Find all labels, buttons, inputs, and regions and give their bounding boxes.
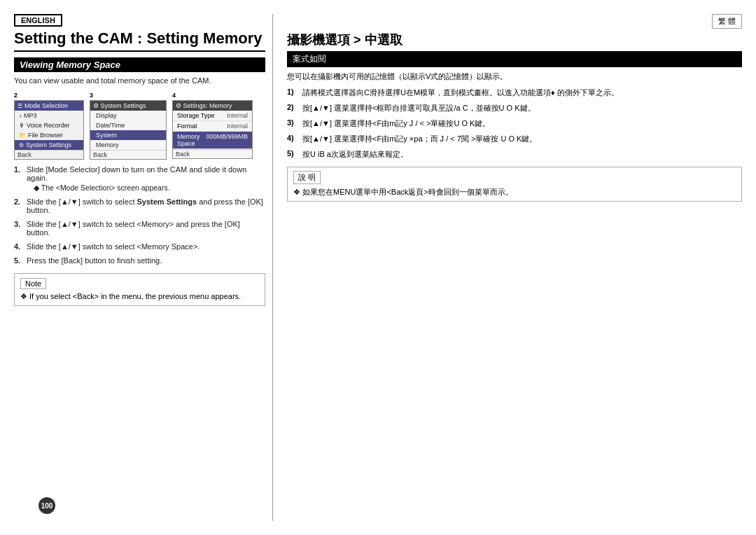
- menu-item-voice: 🎙 Voice Recorder: [15, 120, 83, 130]
- right-steps: 1) 請將模式選擇器向C滑持選擇U在M模單，直到模式畫框。以進入功能選項♦ 的側…: [287, 88, 742, 160]
- screenshot-memory: 4 ⚙ Settings: Memory Storage Type Intern…: [172, 92, 253, 159]
- memory-menu: ⚙ Settings: Memory Storage Type Internal…: [172, 100, 253, 159]
- right-step-4: 4) 按[▲/▼] 選菜選擇持<F由m記y ×pa；而 J / < 7閱 >單確…: [287, 134, 742, 144]
- sys-item-datetime: Date/Time: [90, 120, 166, 130]
- right-step-2: 2) 按[▲/▼] 選菜選擇持<框即自排選可取具至設/a C，並確按U O K鍵…: [287, 103, 742, 113]
- right-section-heading: 案式如閱: [287, 51, 742, 67]
- steps-list: 1. Slide [Mode Selector] down to turn on…: [14, 165, 265, 265]
- right-step-3: 3) 按[▲/▼] 選菜選擇持<F由m記y J / < >單確按U O K鍵。: [287, 118, 742, 129]
- menu-back-1: Back: [15, 150, 83, 159]
- main-title: Setting the CAM : Setting Memory: [14, 29, 265, 52]
- menu-item-system: ⚙ System Settings: [15, 140, 83, 150]
- sys-item-system: System: [90, 130, 166, 140]
- section-heading: Viewing Memory Space: [14, 57, 265, 72]
- menu-item-mp3: ♪ MP3: [15, 111, 83, 120]
- step-3: 3. Slide the [▲/▼] switch to select <Mem…: [14, 220, 265, 237]
- intro-text: You can view usable and total memory spa…: [14, 76, 265, 85]
- right-title: 攝影機選項 > 中選取: [287, 32, 742, 48]
- screenshot-mode-selection: 2 ☰ Mode Selection ♪ MP3 🎙 Voice Recorde…: [14, 92, 84, 160]
- right-lang-badge: 繁 體: [712, 14, 742, 29]
- note-box: Note If you select <Back> in the menu, t…: [14, 273, 265, 306]
- right-step-5: 5) 按U iB a次返到選菜結來報定。: [287, 149, 742, 160]
- mode-selection-menu: ☰ Mode Selection ♪ MP3 🎙 Voice Recorder …: [14, 100, 84, 160]
- menu-item-browser: 📁 File Browser: [15, 130, 83, 140]
- note-text: If you select <Back> in the menu, the pr…: [20, 292, 259, 301]
- screenshots-row: 2 ☰ Mode Selection ♪ MP3 🎙 Voice Recorde…: [14, 92, 265, 160]
- right-note-text: ❖ 如果您在MENU選單中用<Back返頁>時會回到一個菜單而示。: [293, 187, 736, 197]
- step-4: 4. Slide the [▲/▼] switch to select <Mem…: [14, 242, 265, 251]
- right-note-label: 說 明: [293, 171, 321, 184]
- english-badge: ENGLISH: [14, 14, 62, 27]
- mem-storage-type: Storage Type Internal: [173, 111, 252, 121]
- sys-item-display: Display: [90, 111, 166, 120]
- folder-icon: 📁: [19, 132, 26, 139]
- memory-title: ⚙ Settings: Memory: [173, 101, 252, 111]
- menu-icon: ☰: [18, 103, 22, 109]
- left-panel: ENGLISH Setting the CAM : Setting Memory…: [14, 14, 273, 521]
- right-panel: 繁 體 攝影機選項 > 中選取 案式如閱 您可以在攝影機內可用的記憶體（以顯示V…: [273, 14, 742, 521]
- system-settings-title: ⚙ System Settings: [90, 101, 166, 111]
- right-note-box: 說 明 ❖ 如果您在MENU選單中用<Back返頁>時會回到一個菜單而示。: [287, 167, 742, 202]
- sys-back: Back: [90, 150, 166, 159]
- right-step-1: 1) 請將模式選擇器向C滑持選擇U在M模單，直到模式畫框。以進入功能選項♦ 的側…: [287, 88, 742, 98]
- mem-format: Format Internal: [173, 121, 252, 132]
- step-5: 5. Press the [Back] button to finish set…: [14, 256, 265, 265]
- note-label: Note: [20, 278, 46, 289]
- mem-back: Back: [173, 149, 252, 158]
- settings-icon: ⚙: [19, 142, 24, 148]
- mic-icon: 🎙: [19, 123, 24, 129]
- step-2: 2. Slide the [▲/▼] switch to select Syst…: [14, 197, 265, 214]
- system-settings-menu: ⚙ System Settings Display Date/Time Syst…: [90, 100, 167, 160]
- sys-item-memory: Memory: [90, 140, 166, 150]
- right-intro: 您可以在攝影機內可用的記憶體（以顯示V式的記憶體）以顯示。: [287, 71, 742, 82]
- screenshot-system-settings: 3 ⚙ System Settings Display Date/Time Sy…: [90, 92, 167, 160]
- mem-space: Memory Space 000MB/999MB: [173, 132, 252, 149]
- step-1: 1. Slide [Mode Selector] down to turn on…: [14, 165, 265, 192]
- page-number: 100: [38, 497, 55, 514]
- music-icon: ♪: [19, 113, 22, 119]
- mode-selection-title: ☰ Mode Selection: [15, 101, 83, 111]
